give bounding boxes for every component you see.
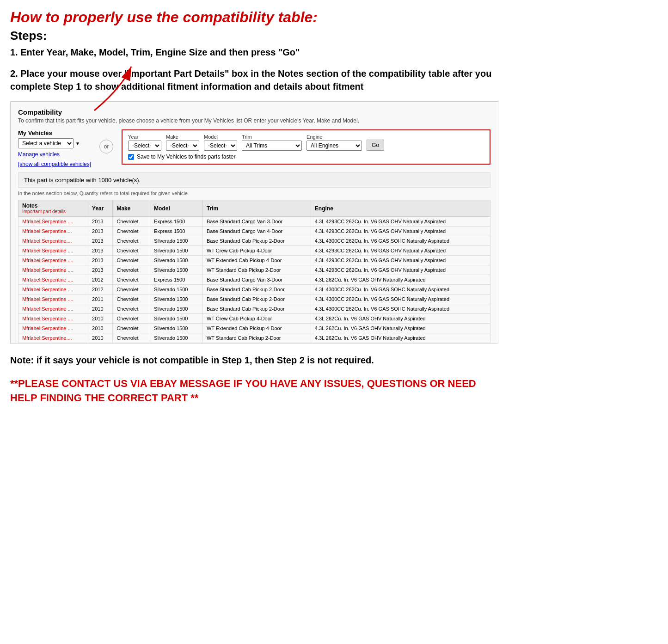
table-cell: Silverado 1500: [150, 333, 203, 343]
table-cell: Silverado 1500: [150, 256, 203, 265]
table-cell: 2013: [88, 217, 113, 227]
engine-select[interactable]: All Engines: [306, 141, 362, 151]
select-arrow-icon: ▼: [75, 141, 80, 146]
table-cell: 4.3L 4293CC 262Cu. In. V6 GAS OHV Natura…: [311, 217, 490, 227]
table-cell: 4.3L 4300CC 262Cu. In. V6 GAS SOHC Natur…: [311, 294, 490, 304]
table-header-row: Notes Important part details Year Make M…: [18, 200, 490, 217]
table-cell: 4.3L 4300CC 262Cu. In. V6 GAS SOHC Natur…: [311, 304, 490, 314]
table-row: Mfrlabel:Serpentine ....2010ChevroletSil…: [18, 304, 490, 314]
table-cell: 2010: [88, 333, 113, 343]
model-input-group: Model -Select-: [204, 134, 237, 151]
year-input-group: Year -Select-: [128, 134, 161, 151]
make-select[interactable]: -Select-: [166, 141, 199, 151]
manage-vehicles-link[interactable]: Manage vehicles: [18, 151, 91, 158]
notes-cell: Mfrlabel:Serpentine ....: [18, 246, 88, 256]
table-cell: Express 1500: [150, 227, 203, 236]
table-cell: WT Crew Cab Pickup 4-Door: [202, 314, 311, 324]
contact-text: **PLEASE CONTACT US VIA EBAY MESSAGE IF …: [10, 377, 498, 405]
show-all-link[interactable]: [show all compatible vehicles]: [18, 161, 91, 167]
notes-cell: Mfrlabel:Serpentine ....: [18, 256, 88, 265]
table-cell: Chevrolet: [113, 333, 150, 343]
table-cell: 4.3L 262Cu. In. V6 GAS OHV Naturally Asp…: [311, 275, 490, 285]
notes-cell: Mfrlabel:Serpentine....: [18, 236, 88, 246]
table-cell: Chevrolet: [113, 265, 150, 275]
table-cell: Silverado 1500: [150, 324, 203, 333]
table-cell: 2013: [88, 246, 113, 256]
notes-cell: Mfrlabel:Serpentine ....: [18, 314, 88, 324]
notes-sub-header: Important part details: [22, 209, 84, 214]
make-label: Make: [166, 134, 199, 140]
save-label: Save to My Vehicles to finds parts faste…: [137, 153, 235, 160]
table-cell: Base Standard Cargo Van 4-Door: [202, 227, 311, 236]
table-cell: Base Standard Cab Pickup 2-Door: [202, 236, 311, 246]
table-cell: Silverado 1500: [150, 285, 203, 294]
table-cell: WT Crew Cab Pickup 4-Door: [202, 246, 311, 256]
table-cell: Express 1500: [150, 217, 203, 227]
table-cell: 2010: [88, 314, 113, 324]
table-cell: 4.3L 262Cu. In. V6 GAS OHV Naturally Asp…: [311, 324, 490, 333]
notes-cell: Mfrlabel:Serpentine....: [18, 333, 88, 343]
table-cell: Chevrolet: [113, 294, 150, 304]
table-row: Mfrlabel:Serpentine ....2011ChevroletSil…: [18, 294, 490, 304]
table-cell: Chevrolet: [113, 217, 150, 227]
table-cell: 4.3L 262Cu. In. V6 GAS OHV Naturally Asp…: [311, 314, 490, 324]
notes-cell: Mfrlabel:Serpentine ....: [18, 324, 88, 333]
table-cell: 2013: [88, 256, 113, 265]
table-row: Mfrlabel:Serpentine ....2013ChevroletSil…: [18, 256, 490, 265]
table-cell: Silverado 1500: [150, 265, 203, 275]
table-cell: Chevrolet: [113, 246, 150, 256]
table-cell: Chevrolet: [113, 285, 150, 294]
compat-table: Notes Important part details Year Make M…: [18, 200, 490, 343]
table-row: Mfrlabel:Serpentine ....2013ChevroletExp…: [18, 217, 490, 227]
vehicle-inputs-box: Year -Select- Make -Select- Model -Selec…: [122, 129, 490, 165]
my-vehicles-select-row: Select a vehicle ▼: [18, 138, 91, 148]
table-cell: WT Extended Cab Pickup 4-Door: [202, 256, 311, 265]
col-make: Make: [113, 200, 150, 217]
table-row: Mfrlabel:Serpentine ....2012ChevroletSil…: [18, 285, 490, 294]
table-row: Mfrlabel:Serpentine....2010ChevroletSilv…: [18, 333, 490, 343]
notes-cell: Mfrlabel:Serpentine ....: [18, 294, 88, 304]
col-trim: Trim: [202, 200, 311, 217]
notes-cell: Mfrlabel:Serpentine ....: [18, 275, 88, 285]
year-select[interactable]: -Select-: [128, 141, 161, 151]
save-row: Save to My Vehicles to finds parts faste…: [128, 153, 484, 160]
vehicle-select[interactable]: Select a vehicle: [18, 138, 74, 148]
table-cell: 4.3L 4293CC 262Cu. In. V6 GAS OHV Natura…: [311, 227, 490, 236]
table-row: Mfrlabel:Serpentine ....2013ChevroletSil…: [18, 265, 490, 275]
notes-cell: Mfrlabel:Serpentine ....: [18, 217, 88, 227]
table-cell: Silverado 1500: [150, 246, 203, 256]
save-checkbox[interactable]: [128, 154, 134, 160]
table-cell: Base Standard Cargo Van 3-Door: [202, 275, 311, 285]
engine-label: Engine: [306, 134, 362, 140]
table-cell: 2010: [88, 304, 113, 314]
year-label: Year: [128, 134, 161, 140]
go-button[interactable]: Go: [367, 140, 384, 151]
notes-cell: Mfrlabel:Serpentine ....: [18, 304, 88, 314]
table-cell: Base Standard Cab Pickup 2-Door: [202, 285, 311, 294]
model-select[interactable]: -Select-: [204, 141, 237, 151]
my-vehicles-section: My Vehicles Select a vehicle ▼ Manage ve…: [18, 129, 91, 168]
step2-text: 2. Place your mouse over "Important Part…: [10, 67, 498, 93]
table-cell: Base Standard Cab Pickup 2-Door: [202, 304, 311, 314]
table-cell: 2011: [88, 294, 113, 304]
table-row: Mfrlabel:Serpentine....2013ChevroletSilv…: [18, 236, 490, 246]
table-cell: Express 1500: [150, 275, 203, 285]
table-cell: WT Standard Cab Pickup 2-Door: [202, 265, 311, 275]
table-row: Mfrlabel:Serpentine ....2010ChevroletSil…: [18, 314, 490, 324]
engine-input-group: Engine All Engines: [306, 134, 362, 151]
make-input-group: Make -Select-: [166, 134, 199, 151]
table-cell: Silverado 1500: [150, 314, 203, 324]
table-cell: Silverado 1500: [150, 304, 203, 314]
trim-select[interactable]: All Trims: [242, 141, 302, 151]
col-notes: Notes Important part details: [18, 200, 88, 217]
table-row: Mfrlabel:Serpentine ....2010ChevroletSil…: [18, 324, 490, 333]
table-cell: 2010: [88, 324, 113, 333]
table-row: Mfrlabel:Serpentine....2013ChevroletExpr…: [18, 227, 490, 236]
col-engine: Engine: [311, 200, 490, 217]
trim-label: Trim: [242, 134, 302, 140]
steps-heading: Steps:: [10, 29, 498, 43]
table-cell: 4.3L 4293CC 262Cu. In. V6 GAS OHV Natura…: [311, 265, 490, 275]
note-text: Note: if it says your vehicle is not com…: [10, 354, 498, 367]
table-cell: 2013: [88, 236, 113, 246]
table-cell: WT Standard Cab Pickup 2-Door: [202, 333, 311, 343]
